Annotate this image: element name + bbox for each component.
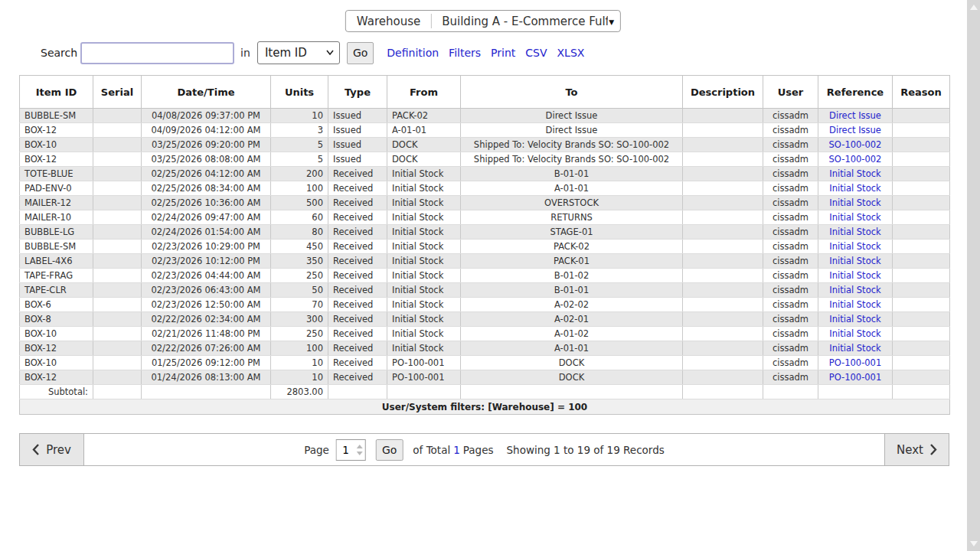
cell-reason (893, 196, 950, 210)
cell-units: 50 (271, 283, 328, 298)
col-header-item-id[interactable]: Item ID (20, 76, 93, 109)
reference-link[interactable]: Initial Stock (829, 212, 880, 223)
cell-description (683, 210, 763, 225)
cell-serial (93, 167, 142, 181)
reference-link[interactable]: Initial Stock (829, 314, 880, 324)
filters-link[interactable]: Filters (449, 47, 481, 59)
scroll-down-icon[interactable] (970, 541, 978, 546)
cell-description (683, 138, 763, 152)
table-row: TOTE-BLUE 02/25/2026 04:12:00 AM 200 Rec… (20, 167, 950, 181)
dropdown-arrow-icon[interactable]: ▼ (608, 17, 620, 26)
cell-user: cissadm (763, 341, 818, 356)
cell-reason (893, 138, 950, 152)
cell-description (683, 225, 763, 240)
cell-item-id: BOX-8 (20, 312, 93, 327)
search-go-button[interactable]: Go (347, 42, 374, 64)
reference-link[interactable]: Initial Stock (829, 285, 880, 295)
col-header-to[interactable]: To (461, 76, 683, 109)
chevron-left-icon (32, 444, 39, 455)
cell-serial (93, 181, 142, 196)
cell-reason (893, 370, 950, 385)
cell-serial (93, 109, 142, 123)
prev-page-button[interactable]: Prev (20, 434, 84, 465)
search-label: Search (41, 47, 77, 59)
cell-from: Initial Stock (387, 341, 461, 356)
cell-serial (93, 254, 142, 269)
cell-item-id: MAILER-12 (20, 196, 93, 210)
col-header-reference[interactable]: Reference (818, 76, 893, 109)
reference-link[interactable]: SO-100-002 (829, 154, 882, 165)
definition-link[interactable]: Definition (387, 47, 439, 59)
table-row: BUBBLE-SM 04/08/2026 09:37:00 PM 10 Issu… (20, 109, 950, 123)
csv-link[interactable]: CSV (525, 47, 547, 59)
cell-reason (893, 152, 950, 167)
reference-link[interactable]: Initial Stock (829, 227, 880, 237)
col-header-datetime[interactable]: Date/Time (142, 76, 271, 109)
cell-to: PACK-01 (461, 254, 683, 269)
table-row: BOX-8 02/22/2026 02:34:00 AM 300 Receive… (20, 312, 950, 327)
next-page-button[interactable]: Next (884, 434, 949, 465)
reference-link[interactable]: Initial Stock (829, 328, 880, 339)
col-header-type[interactable]: Type (328, 76, 387, 109)
cell-units: 80 (271, 225, 328, 240)
spinner-up-icon[interactable] (356, 445, 362, 448)
reference-link[interactable]: Direct Issue (829, 110, 881, 121)
reference-link[interactable]: Initial Stock (829, 168, 880, 179)
reference-link[interactable]: Initial Stock (829, 256, 880, 266)
spinner-down-icon[interactable] (356, 452, 362, 455)
cell-from: PO-100-001 (387, 370, 461, 385)
cell-reason (893, 356, 950, 370)
cell-datetime: 02/22/2026 02:34:00 AM (142, 312, 271, 327)
reference-link[interactable]: Initial Stock (829, 299, 880, 310)
search-input[interactable] (80, 42, 234, 64)
page-number-input[interactable] (337, 440, 354, 460)
print-link[interactable]: Print (491, 47, 515, 59)
cell-item-id: PAD-ENV-0 (20, 181, 93, 196)
cell-type: Issued (328, 138, 387, 152)
cell-description (683, 327, 763, 341)
search-in-label: in (240, 47, 250, 59)
context-location-dropdown[interactable]: Building A - E-Commerce Fulfill (432, 15, 608, 28)
cell-type: Received (328, 196, 387, 210)
page-number-stepper[interactable] (336, 439, 366, 461)
search-field-select[interactable]: Item ID (257, 41, 340, 64)
col-header-units[interactable]: Units (271, 76, 328, 109)
cell-from: DOCK (387, 152, 461, 167)
subtotal-label: Subtotal: (20, 385, 93, 399)
cell-from: PO-100-001 (387, 356, 461, 370)
cell-reason (893, 181, 950, 196)
cell-type: Received (328, 298, 387, 312)
reference-link[interactable]: Initial Stock (829, 183, 880, 194)
cell-item-id: BUBBLE-SM (20, 240, 93, 254)
cell-description (683, 109, 763, 123)
cell-reason (893, 254, 950, 269)
vertical-scrollbar[interactable] (967, 0, 980, 551)
reference-link[interactable]: Direct Issue (829, 125, 881, 135)
reference-link[interactable]: PO-100-001 (829, 372, 882, 383)
cell-to: Shipped To: Velocity Brands SO: SO-100-0… (461, 138, 683, 152)
reference-link[interactable]: Initial Stock (829, 241, 880, 252)
cell-units: 250 (271, 269, 328, 283)
page-go-button[interactable]: Go (376, 439, 403, 461)
page-spinner[interactable] (354, 440, 364, 460)
reference-link[interactable]: Initial Stock (829, 343, 880, 354)
cell-from: Initial Stock (387, 298, 461, 312)
col-header-description[interactable]: Description (683, 76, 763, 109)
scroll-up-icon[interactable] (970, 5, 978, 10)
col-header-user[interactable]: User (763, 76, 818, 109)
reference-link[interactable]: Initial Stock (829, 197, 880, 208)
cell-serial (93, 298, 142, 312)
cell-user: cissadm (763, 269, 818, 283)
cell-type: Received (328, 370, 387, 385)
xlsx-link[interactable]: XLSX (557, 47, 585, 59)
cell-type: Received (328, 269, 387, 283)
context-selector[interactable]: Warehouse Building A - E-Commerce Fulfil… (345, 10, 621, 32)
reference-link[interactable]: PO-100-001 (829, 357, 882, 368)
cell-from: Initial Stock (387, 240, 461, 254)
cell-reason (893, 123, 950, 138)
col-header-reason[interactable]: Reason (893, 76, 950, 109)
col-header-from[interactable]: From (387, 76, 461, 109)
reference-link[interactable]: Initial Stock (829, 270, 880, 281)
col-header-serial[interactable]: Serial (93, 76, 142, 109)
reference-link[interactable]: SO-100-002 (829, 139, 882, 150)
